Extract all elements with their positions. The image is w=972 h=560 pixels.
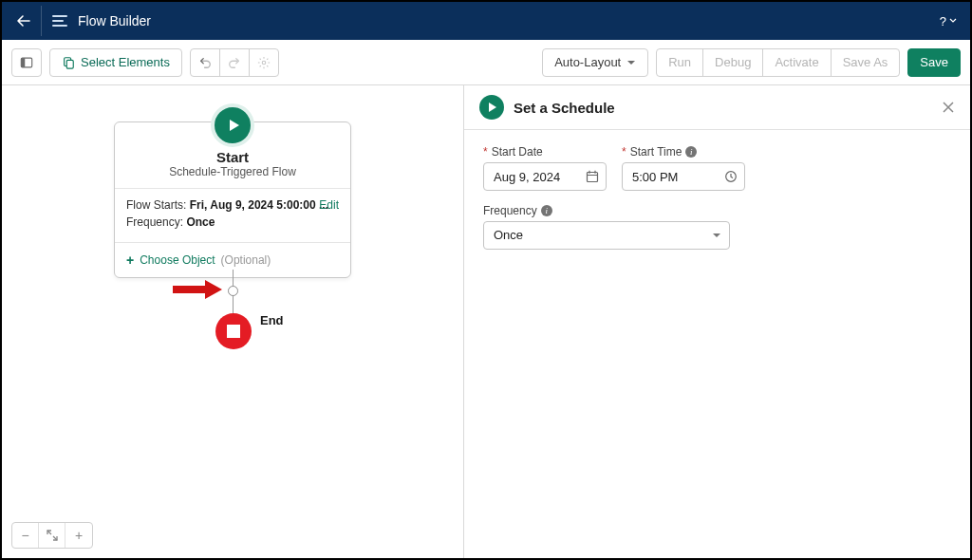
start-time-label: Start Time [630,145,682,159]
save-as-button[interactable]: Save As [831,48,901,77]
start-date-label: Start Date [492,145,543,159]
frequency-select-value: Once [494,228,523,242]
info-icon[interactable]: i [541,205,552,216]
zoom-controls: − + [11,522,93,549]
start-node-body: Edit Flow Starts: Fri, Aug 9, 2024 5:00:… [115,189,350,243]
end-node-label: End [260,313,284,327]
panel-title: Set a Schedule [514,100,615,116]
save-label: Save [920,55,948,69]
undo-button[interactable] [190,48,220,77]
flow-builder-logo-icon [51,12,68,29]
panel-close-button[interactable] [942,101,955,114]
start-node-title: Start [124,149,341,165]
back-button[interactable] [11,6,42,36]
flow-starts-value: Fri, Aug 9, 2024 5:00:00 ... [190,198,328,212]
action-group: Run Debug Activate Save As [656,48,900,77]
svg-rect-1 [21,58,25,67]
start-node-edit-link[interactable]: Edit [319,198,339,212]
end-node[interactable] [215,313,252,349]
play-icon [486,102,497,113]
start-time-field: * Start Time i [622,145,745,191]
zoom-out-button[interactable]: − [12,523,39,548]
run-label: Run [668,55,691,69]
activate-button[interactable]: Activate [762,48,831,77]
add-element-handle[interactable] [228,286,238,296]
main-region: Start Schedule-Triggered Flow Edit Flow … [2,85,970,558]
start-date-field: * Start Date [483,145,607,191]
save-as-label: Save As [843,55,888,69]
select-elements-button[interactable]: Select Elements [49,48,182,77]
frequency-field: Frequency i Once [483,204,730,250]
play-icon [224,117,241,134]
flow-canvas[interactable]: Start Schedule-Triggered Flow Edit Flow … [2,85,463,558]
app-header: Flow Builder ? [2,2,970,40]
debug-label: Debug [715,55,751,69]
svg-rect-3 [66,60,73,68]
save-button[interactable]: Save [907,48,961,77]
caret-down-icon [626,58,636,67]
auto-layout-dropdown[interactable]: Auto-Layout [542,48,648,77]
caret-down-icon [949,17,957,25]
redo-icon [228,56,241,69]
frequency-form-label: Frequency [483,204,537,217]
required-indicator: * [622,145,626,159]
panel-body: * Start Date * Start Time i [464,130,970,278]
choose-object-link[interactable]: Choose Object [140,253,215,267]
panel-header-badge [479,95,504,120]
debug-button[interactable]: Debug [702,48,763,77]
stop-icon [227,325,240,338]
app-title: Flow Builder [78,13,151,28]
fit-icon [47,530,58,541]
help-label: ? [940,14,946,28]
history-group [190,48,279,77]
frequency-label: Frequency: [126,215,183,229]
zoom-fit-button[interactable] [39,523,65,548]
svg-point-4 [262,61,266,65]
plus-icon: + [126,252,134,268]
frequency-select[interactable]: Once [483,221,730,250]
copy-icon [62,56,75,69]
start-date-input[interactable] [483,162,607,191]
gear-icon [257,56,271,69]
undo-icon [198,56,212,69]
redo-button[interactable] [219,48,250,77]
frequency-value: Once [186,215,215,229]
start-node-subtitle: Schedule-Triggered Flow [124,165,341,178]
arrow-left-icon [16,13,31,28]
zoom-in-button[interactable]: + [65,523,92,548]
run-button[interactable]: Run [656,48,703,77]
panel-icon [20,56,33,69]
required-indicator: * [483,145,488,159]
select-elements-label: Select Elements [81,55,170,69]
schedule-panel: Set a Schedule * Start Date [463,85,970,558]
annotation-arrow-icon [171,278,224,301]
activate-label: Activate [775,55,818,69]
start-node[interactable]: Start Schedule-Triggered Flow Edit Flow … [114,121,351,278]
toggle-panel-button[interactable] [11,48,42,77]
flow-starts-label: Flow Starts: [126,198,186,212]
optional-hint: (Optional) [221,253,271,267]
help-menu[interactable]: ? [940,14,961,28]
toolbar: Select Elements Auto-Layout Run Debug Ac… [2,40,970,85]
start-time-input[interactable] [622,162,745,191]
close-icon [942,101,955,114]
info-icon[interactable]: i [685,146,697,158]
auto-layout-label: Auto-Layout [554,55,621,69]
settings-button[interactable] [249,48,279,77]
start-node-badge [211,103,254,147]
panel-header: Set a Schedule [464,85,970,130]
